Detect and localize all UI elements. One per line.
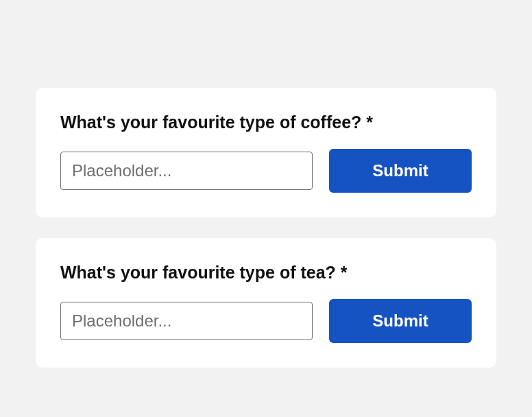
submit-button[interactable]: Submit xyxy=(329,149,472,193)
tea-input[interactable] xyxy=(60,302,313,340)
form-row: Submit xyxy=(60,299,472,343)
form-row: Submit xyxy=(60,149,472,193)
form-card-coffee: What's your favourite type of coffee? * … xyxy=(36,88,496,217)
submit-button[interactable]: Submit xyxy=(329,299,472,343)
question-label: What's your favourite type of tea? * xyxy=(60,263,472,283)
form-card-tea: What's your favourite type of tea? * Sub… xyxy=(36,238,496,368)
coffee-input[interactable] xyxy=(60,152,313,190)
question-label: What's your favourite type of coffee? * xyxy=(60,112,472,132)
